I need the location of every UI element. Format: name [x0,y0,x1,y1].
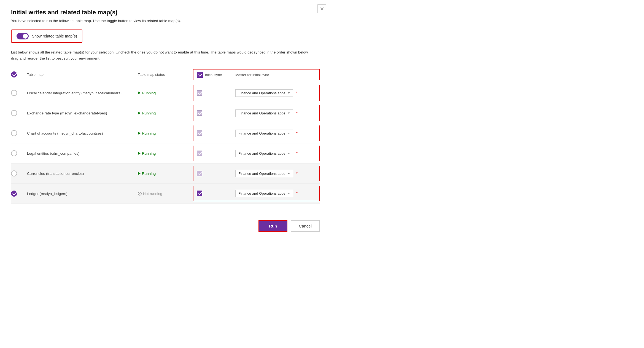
run-button[interactable]: Run [258,220,287,232]
row6-status-not-running: Not running [138,192,162,196]
cancel-button[interactable]: Cancel [291,220,320,232]
show-related-toggle-container[interactable]: Show related table map(s) [11,30,82,43]
row4-status: Running [138,151,193,156]
row2-initial-sync-checkbox[interactable] [197,110,202,116]
row1-right-col: Finance and Operations apps ▼ * [193,85,320,101]
row5-status: Running [138,172,193,176]
table-row: Ledger (msdyn_ledgers) Not running Finan… [11,184,320,204]
row5-initial-sync-checkbox[interactable] [197,171,202,176]
row4-master-dropdown[interactable]: Finance and Operations apps ▼ [235,150,293,157]
header-check-col [11,71,25,77]
toggle-thumb [23,34,28,39]
row6-select-checkbox[interactable] [11,191,17,197]
row2-play-icon [138,111,141,115]
table-row: Exchange rate type (msdyn_exchangeratety… [11,103,320,123]
row3-select-checkbox[interactable] [11,130,17,136]
table-header-row: Table map Table map status Initial sync … [11,69,320,83]
row3-initial-sync-checkbox[interactable] [197,130,202,136]
row6-right-col: Finance and Operations apps ▼ * [193,186,320,201]
row2-initial-sync-cell [197,110,235,116]
row4-initial-sync-checkbox[interactable] [197,151,202,156]
row1-map-name: Fiscal calendar integration entity (msdy… [25,91,138,95]
row6-map-name: Ledger (msdyn_ledgers) [25,192,138,196]
row3-status-text: Running [142,131,156,135]
row4-map-name: Legal entities (cdm_companies) [25,151,138,156]
row4-dropdown-arrow: ▼ [288,152,290,155]
toggle-switch[interactable] [17,33,29,39]
row4-master-cell: Finance and Operations apps ▼ * [235,150,316,157]
header-initial-sync-checkbox[interactable] [197,72,203,78]
row2-right-col: Finance and Operations apps ▼ * [193,105,320,121]
row1-initial-sync-checkbox[interactable] [197,90,202,96]
row5-check-col [11,170,25,176]
row3-master-dropdown[interactable]: Finance and Operations apps ▼ [235,130,293,137]
row3-status: Running [138,131,193,135]
row3-master-value: Finance and Operations apps [238,131,285,135]
row3-required-star: * [296,131,297,135]
table-row: Currencies (transactioncurrencies) Runni… [11,164,320,184]
toggle-label: Show related table map(s) [32,34,77,38]
close-button[interactable]: ✕ [317,4,326,13]
row2-master-value: Finance and Operations apps [238,111,285,115]
row5-master-cell: Finance and Operations apps ▼ * [235,170,316,177]
row6-required-star: * [296,191,297,196]
row3-right-col: Finance and Operations apps ▼ * [193,125,320,141]
row5-right-col: Finance and Operations apps ▼ * [193,166,320,181]
row5-master-value: Finance and Operations apps [238,172,285,176]
header-map-label: Table map [25,73,138,77]
table-row: Chart of accounts (msdyn_chartofaccounts… [11,123,320,143]
row1-master-cell: Finance and Operations apps ▼ * [235,89,316,97]
row1-initial-sync-cell [197,90,235,96]
table-row: Fiscal calendar integration entity (msdy… [11,83,320,103]
row2-check-col [11,110,25,116]
row6-master-cell: Finance and Operations apps ▼ * [235,190,316,197]
footer-area: Run Cancel [11,215,320,232]
row5-dropdown-arrow: ▼ [288,172,290,175]
subtitle-text: You have selected to run the following t… [11,19,320,23]
row1-play-icon [138,91,141,95]
row1-status-running: Running [138,91,156,95]
row4-status-text: Running [142,151,156,156]
row6-master-value: Finance and Operations apps [238,191,285,196]
row2-status-running: Running [138,111,156,115]
row4-required-star: * [296,151,297,156]
row4-master-value: Finance and Operations apps [238,151,285,156]
row4-right-col: Finance and Operations apps ▼ * [193,146,320,161]
row2-master-cell: Finance and Operations apps ▼ * [235,109,316,117]
row6-not-running-icon [138,192,142,196]
row1-master-dropdown[interactable]: Finance and Operations apps ▼ [235,89,293,97]
row4-select-checkbox[interactable] [11,150,17,156]
row1-status-text: Running [142,91,156,95]
row5-select-checkbox[interactable] [11,170,17,176]
row2-master-dropdown[interactable]: Finance and Operations apps ▼ [235,109,293,117]
header-select-all-checkbox[interactable] [11,71,17,77]
row3-status-running: Running [138,131,156,135]
row1-required-star: * [296,91,297,95]
row1-master-value: Finance and Operations apps [238,91,285,95]
row1-select-checkbox[interactable] [11,90,17,96]
header-master-label: Master for initial sync [235,73,316,77]
row1-status: Running [138,91,193,95]
header-status-label: Table map status [138,73,193,77]
row6-initial-sync-checkbox[interactable] [197,191,202,196]
toggle-track [17,33,29,39]
header-right-section: Initial sync Master for initial sync [193,69,320,80]
row6-master-dropdown[interactable]: Finance and Operations apps ▼ [235,190,293,197]
row1-dropdown-arrow: ▼ [288,92,290,95]
row3-initial-sync-cell [197,130,235,136]
row2-select-checkbox[interactable] [11,110,17,116]
row5-play-icon [138,172,141,175]
header-initial-sync-label: Initial sync [205,73,222,77]
row4-check-col [11,150,25,156]
row5-master-dropdown[interactable]: Finance and Operations apps ▼ [235,170,293,177]
row6-status: Not running [138,192,193,196]
row6-dropdown-arrow: ▼ [288,192,290,195]
row1-check-col [11,90,25,96]
row5-status-running: Running [138,172,156,176]
page-title: Initial writes and related table map(s) [11,9,320,16]
row4-initial-sync-cell [197,151,235,156]
table-area: Table map Table map status Initial sync … [11,69,320,204]
row4-status-running: Running [138,151,156,156]
row6-initial-sync-cell [197,191,235,196]
row3-map-name: Chart of accounts (msdyn_chartofaccounts… [25,131,138,135]
